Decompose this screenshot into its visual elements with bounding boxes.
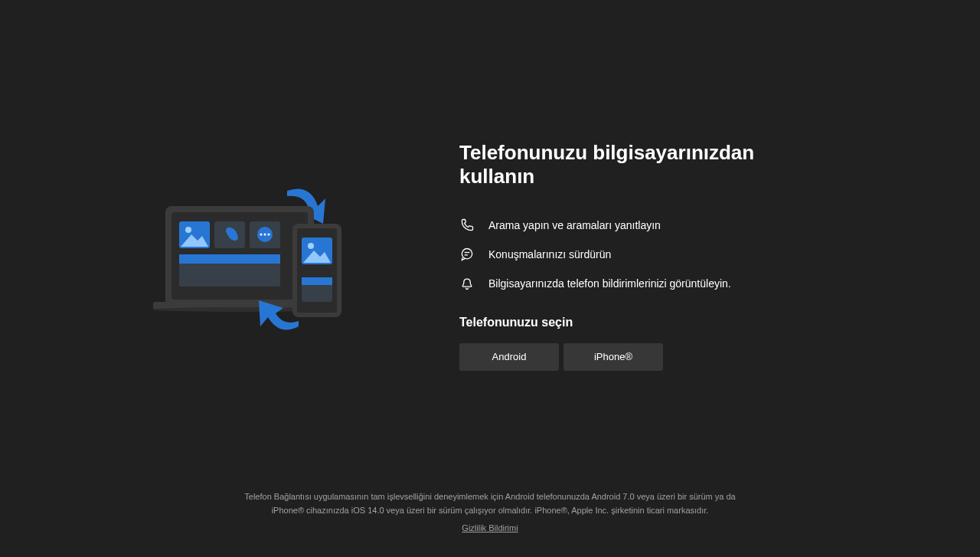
footer-text-line2: iPhone® cihazınızda iOS 14.0 veya üzeri … bbox=[0, 504, 980, 518]
android-button[interactable]: Android bbox=[459, 343, 559, 371]
privacy-link[interactable]: Gizlilik Bildirimi bbox=[462, 522, 518, 536]
content-panel: Telefonunuzu bilgisayarınızdan kullanın … bbox=[459, 141, 827, 371]
svg-rect-13 bbox=[179, 254, 280, 264]
svg-point-11 bbox=[268, 233, 270, 235]
feature-label: Konuşmalarınızı sürdürün bbox=[488, 248, 611, 260]
footer: Telefon Bağlantısı uygulamasının tam işl… bbox=[0, 490, 980, 536]
svg-point-5 bbox=[185, 227, 191, 233]
select-phone-heading: Telefonunuzu seçin bbox=[459, 316, 827, 329]
bell-icon bbox=[459, 276, 475, 291]
iphone-button[interactable]: iPhone® bbox=[564, 343, 663, 371]
chat-icon bbox=[459, 247, 475, 262]
svg-point-10 bbox=[264, 233, 266, 235]
svg-point-9 bbox=[260, 233, 263, 235]
phone-link-illustration bbox=[153, 164, 368, 348]
phone-icon bbox=[459, 218, 475, 233]
feature-label: Bilgisayarınızda telefon bildirimleriniz… bbox=[488, 277, 731, 290]
svg-point-20 bbox=[462, 248, 472, 258]
feature-notifications: Bilgisayarınızda telefon bildirimleriniz… bbox=[459, 276, 827, 291]
feature-calls: Arama yapın ve aramaları yanıtlayın bbox=[459, 218, 827, 233]
feature-messages: Konuşmalarınızı sürdürün bbox=[459, 247, 827, 262]
svg-point-17 bbox=[308, 243, 314, 249]
svg-rect-19 bbox=[302, 277, 332, 285]
footer-text-line1: Telefon Bağlantısı uygulamasının tam işl… bbox=[0, 490, 980, 504]
page-title: Telefonunuzu bilgisayarınızdan kullanın bbox=[459, 141, 827, 188]
feature-label: Arama yapın ve aramaları yanıtlayın bbox=[488, 219, 661, 231]
